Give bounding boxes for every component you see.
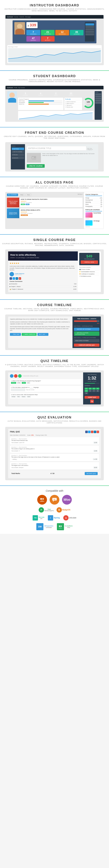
create-course-btn[interactable]: CREATE COURSE <box>27 164 45 168</box>
ispring-text: i <box>50 517 51 519</box>
svg-text:126: 126 <box>87 101 90 103</box>
quiz-timer: Time Remaining 1:32 minutes : seconds <box>85 374 100 382</box>
quiz-opt-css[interactable]: CSS <box>26 382 30 384</box>
quiz-blank-input[interactable] <box>11 389 25 391</box>
student-nav-dashboard[interactable]: Dashboard <box>7 87 13 88</box>
quiz-nav-2[interactable]: 2 <box>88 388 92 390</box>
pmp-logo: P Paid MembershipsPro <box>38 507 54 513</box>
curriculum-item-1[interactable]: ▶ Introduction5:20 <box>9 283 76 285</box>
instructor-demo-content: £ 339 7 COURSES 21 STUDENTS 12 MESSAGES <box>12 20 97 43</box>
sidebar-pricing[interactable]: $ PRICING <box>12 154 24 156</box>
course-card-title-1: HOW TO DRAW FANTASTIC FEATURES <box>21 198 81 200</box>
student-nav-profile[interactable]: Profile <box>14 87 17 88</box>
enroll-button[interactable]: ENROLL NOW <box>81 260 98 264</box>
quiz-sort-2[interactable]: Plan <box>17 396 21 398</box>
curriculum-item-2[interactable]: ▶ Chapter 1: Basics12:45 <box>9 285 76 288</box>
nav-dashboard[interactable]: Dashboard <box>7 16 13 18</box>
quiz-sort-3[interactable]: Deploy <box>21 396 26 398</box>
sidebar-add-course[interactable]: + ADD TO COURSE <box>12 151 24 153</box>
quiz-opt-python[interactable]: Python <box>11 382 16 384</box>
course-filters: ALL COURSES FREE PAID Sort by ▾ <box>7 193 83 196</box>
sidebar-groups[interactable]: ⊞ GROUPS <box>12 157 24 159</box>
google-icon[interactable]: g+ <box>19 277 21 280</box>
timeline-item-analyzing[interactable]: ANALYZING SYSTEMS <box>74 339 100 342</box>
nav-messages[interactable]: Messages <box>25 16 31 18</box>
student-nav-courses[interactable]: My Courses <box>18 87 25 88</box>
cat-photo[interactable]: Photography(7) <box>85 206 102 208</box>
quiz-button[interactable]: COMPLETE WRITING QUIZ <box>74 344 100 347</box>
quiz-nav-6[interactable]: 6 <box>88 390 92 392</box>
cat-marketing[interactable]: Marketing(5) <box>85 201 102 203</box>
cat-music[interactable]: Music(3) <box>85 203 102 206</box>
course-card-2[interactable]: DEVELOPING MOBILE APPS DEVELOPING MOBILE… <box>7 209 83 218</box>
cat-development[interactable]: Development(8) <box>85 199 102 201</box>
filter-free[interactable]: FREE <box>19 193 25 196</box>
student-demo-inner: 3 COURSES 4 QUIZZES 2 CERTS 21 FRIENDS <box>5 89 104 122</box>
compatible-logos-row4: DW DW Question & Answer C <box>2 523 107 530</box>
quiz-demo-content: 3 classmates taking this quiz 1. Which o… <box>8 372 101 404</box>
badgeos-circle-icon: B <box>57 507 62 513</box>
quiz-nav-9[interactable]: 9 <box>85 392 88 394</box>
submit-quiz-btn[interactable]: SUBMIT QUIZ <box>85 396 100 399</box>
next-unit-btn[interactable]: NEXT UNIT → <box>37 333 48 336</box>
quiz-nav-3[interactable]: 3 <box>92 388 96 390</box>
retake-quiz-btn[interactable]: RETAKE QUIZ <box>85 472 98 475</box>
nav-students[interactable]: Students <box>19 16 24 18</box>
quiz-opt-java[interactable]: Java <box>22 382 26 384</box>
eval-g-share[interactable]: g <box>91 431 93 433</box>
popular-course-1[interactable]: Social Media ★★★★☆ <box>85 212 102 219</box>
timeline-item-history[interactable]: ✓HISTORY OF SYSTEMS <box>74 328 100 331</box>
quiz-nav-8[interactable]: 8 <box>96 390 100 392</box>
quiz-nav-5[interactable]: 5 <box>85 390 88 392</box>
curriculum-item-3[interactable]: 🔒 Chapter 2: Advanced18:30 <box>9 288 76 291</box>
eval-fb-share[interactable]: f <box>85 431 88 433</box>
course-card-info-2: DEVELOPING MOBILE APPS ★★★★★ Jane Smith … <box>19 209 83 218</box>
prev-unit-btn[interactable]: ← PREV UNIT <box>10 333 21 336</box>
quiz-sidebar: Time Remaining 1:32 minutes : seconds Qu… <box>83 372 101 404</box>
instructor-name[interactable]: Linda Anderson <box>15 273 24 274</box>
student-stats: 3 COURSES 4 QUIZZES 2 CERTS 21 FRIENDS <box>18 91 93 97</box>
quiz-nav-7[interactable]: 7 <box>92 390 96 392</box>
quiz-nav-1[interactable]: 1 <box>85 388 88 390</box>
linkedin-icon[interactable]: in <box>16 277 18 280</box>
popular-meta-2: ★★★★★ <box>85 226 102 227</box>
mark-complete-btn[interactable]: ✓ MARK COMPLETE <box>22 333 37 336</box>
eval-tw-share[interactable]: t <box>88 431 90 433</box>
todo-item-4[interactable]: ▢ Review notes <box>65 106 81 108</box>
quiz-opt-html[interactable]: HTML <box>17 382 21 384</box>
total-score-value: 4 / 20 <box>51 472 55 474</box>
course-card-meta-1: John Doe • 24 students <box>21 202 81 203</box>
facebook-icon[interactable]: f <box>9 277 12 280</box>
course-desc-area: Enter a short description of the course.… <box>27 153 97 163</box>
filter-paid[interactable]: PAID <box>26 193 31 196</box>
course-title-input[interactable]: ENTER A COURSE TITLE <box>27 146 86 151</box>
timeline-item-writing[interactable]: ▶WRITING SYSTEMS INTRODUCTION <box>74 331 100 336</box>
nav-courses[interactable]: Courses <box>14 16 19 18</box>
cat-design[interactable]: Design(12) <box>85 197 102 199</box>
todo-item-1[interactable]: ▢ Submit assignment <box>65 101 81 103</box>
course-card-1[interactable]: HOW TO DRAW FANTASTIC FEATURES HOW TO DR… <box>7 198 83 207</box>
svg-point-14 <box>59 525 60 527</box>
todo-item-2[interactable]: ▢ Watch lecture 3 <box>65 103 81 104</box>
eval-q3-answer: …waiting… <box>11 459 18 460</box>
quiz-sort-4[interactable]: Build <box>27 396 31 398</box>
single-demo-content: How to write effectively ★★★★☆ 4.2 (128 … <box>8 251 101 292</box>
filter-all[interactable]: ALL COURSES <box>7 193 18 196</box>
add-category-link[interactable]: Add new category ▾ <box>87 148 97 150</box>
time-bar-fill <box>74 320 97 322</box>
course-price: $49 <box>81 254 98 258</box>
stat-quizzes: 47 QUIZZES <box>26 36 40 41</box>
woocommerce-logo: Woo <box>62 495 72 505</box>
sidebar-settings[interactable]: ⚙ SETTINGS <box>12 148 24 150</box>
popular-course-2[interactable]: UX Design ★★★★★ <box>85 220 102 227</box>
compatible-logos-row3: TIN TIN CAN API i iSpring a <box>2 515 107 521</box>
eval-li-share[interactable]: in <box>94 431 96 433</box>
twitter-icon[interactable]: t <box>12 277 15 280</box>
course-image-placeholder[interactable] <box>27 153 41 163</box>
todo-item-3[interactable]: ▢ Take quiz 2 <box>65 104 81 106</box>
quiz-sort-1[interactable]: Design <box>11 396 16 398</box>
eval-cp-badge: Cp <box>97 431 99 433</box>
creation-demo-content: Admin ⚙ SETTINGS + ADD TO COURSE $ PRICI… <box>11 144 98 169</box>
quiz-nav-4[interactable]: 4 <box>96 388 100 390</box>
student-avatar <box>7 91 17 103</box>
